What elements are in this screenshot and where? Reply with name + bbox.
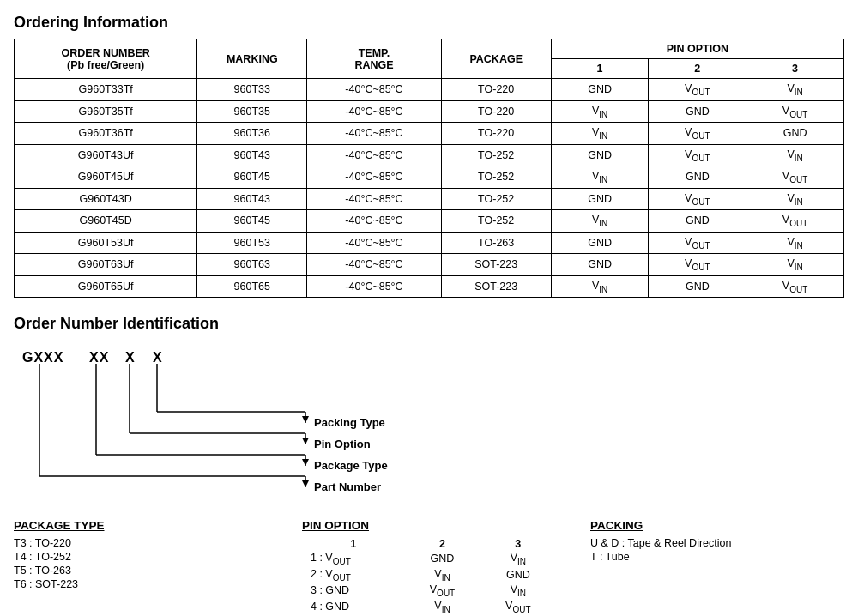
packing-title: PACKING (590, 519, 844, 532)
cell-pin3: VIN (746, 232, 844, 254)
cell-temp: -40°C~85°C (307, 254, 441, 276)
cell-pin2: GND (649, 275, 746, 298)
cell-pin2: VOUT (649, 254, 746, 276)
header-order: ORDER NUMBER(Pb free/Green) (15, 39, 197, 79)
pin-option-row: 4 : GND VIN VOUT (302, 599, 556, 615)
svg-text:X: X (125, 350, 135, 365)
id-diagram: GXXX XX X X Part Number Package Type Pin… (14, 343, 494, 502)
cell-marking: 960T43 (197, 188, 307, 210)
svg-marker-17 (302, 438, 309, 444)
cell-pin3: VIN (746, 79, 844, 101)
table-row: G960T53Uf 960T53 -40°C~85°C TO-263 GND V… (15, 232, 844, 254)
cell-temp: -40°C~85°C (307, 275, 441, 298)
cell-pin1: VIN (551, 166, 649, 189)
cell-pin3: VOUT (746, 100, 844, 123)
header-package: PACKAGE (441, 39, 551, 79)
cell-pin3: VOUT (746, 275, 844, 298)
cell-order: G960T36Tf (15, 123, 197, 145)
pin-option-col: PIN OPTION 1 2 3 1 : VOUT GND VIN 2 : VO… (302, 519, 556, 616)
package-type-col: PACKAGE TYPE T3 : TO-220T4 : TO-252T5 : … (14, 519, 268, 616)
svg-text:Part Number: Part Number (314, 480, 381, 493)
id-title: Order Number Identification (14, 315, 844, 333)
cell-pin2: GND (649, 100, 746, 123)
ordering-table: ORDER NUMBER(Pb free/Green) MARKING TEMP… (14, 39, 844, 298)
packing-col: PACKING U & D : Tape & Reel DirectionT :… (590, 519, 844, 616)
cell-pin1: VIN (551, 123, 649, 145)
cell-pin3: VOUT (746, 210, 844, 233)
pin-c3: VIN (480, 551, 556, 567)
table-row: G960T36Tf 960T36 -40°C~85°C TO-220 VIN V… (15, 123, 844, 145)
cell-marking: 960T65 (197, 275, 307, 298)
pin-label: 2 : VOUT (302, 567, 404, 583)
header-marking: MARKING (197, 39, 307, 79)
header-pin2: 2 (649, 59, 746, 79)
svg-marker-7 (302, 480, 309, 487)
packing-item: U & D : Tape & Reel Direction (590, 537, 844, 549)
cell-marking: 960T53 (197, 232, 307, 254)
pin-option-row: 2 : VOUT VIN GND (302, 567, 556, 583)
package-type-item: T6 : SOT-223 (14, 578, 268, 590)
svg-text:GXXX: GXXX (22, 350, 63, 365)
cell-pin1: GND (551, 79, 649, 101)
table-row: G960T43D 960T43 -40°C~85°C TO-252 GND VO… (15, 188, 844, 210)
cell-order: G960T65Uf (15, 275, 197, 298)
pin-c2: GND (404, 551, 480, 567)
packing-item: T : Tube (590, 551, 844, 563)
pin-option-row: 3 : GND VOUT VIN (302, 583, 556, 599)
pin-label: 1 : VOUT (302, 551, 404, 567)
cell-pin3: VIN (746, 254, 844, 276)
header-pin3: 3 (746, 59, 844, 79)
cell-pin1: GND (551, 254, 649, 276)
cell-package: TO-220 (441, 79, 551, 101)
cell-marking: 960T45 (197, 166, 307, 189)
cell-order: G960T45D (15, 210, 197, 233)
cell-pin3: VIN (746, 188, 844, 210)
pin-label: 4 : GND (302, 599, 404, 615)
cell-package: TO-263 (441, 232, 551, 254)
cell-temp: -40°C~85°C (307, 210, 441, 233)
table-row: G960T63Uf 960T63 -40°C~85°C SOT-223 GND … (15, 254, 844, 276)
cell-pin2: VOUT (649, 144, 746, 166)
cell-marking: 960T45 (197, 210, 307, 233)
svg-text:Packing Type: Packing Type (314, 416, 385, 429)
cell-marking: 960T43 (197, 144, 307, 166)
cell-temp: -40°C~85°C (307, 79, 441, 101)
cell-package: SOT-223 (441, 275, 551, 298)
pin-col-header-1: 1 (302, 537, 404, 551)
svg-marker-12 (302, 459, 309, 466)
pin-col-header-2: 2 (404, 537, 480, 551)
cell-pin1: GND (551, 144, 649, 166)
cell-pin1: VIN (551, 210, 649, 233)
cell-pin2: GND (649, 166, 746, 189)
cell-marking: 960T33 (197, 79, 307, 101)
cell-package: TO-220 (441, 100, 551, 123)
package-type-item: T4 : TO-252 (14, 551, 268, 563)
package-type-item: T3 : TO-220 (14, 537, 268, 549)
cell-package: TO-252 (441, 166, 551, 189)
package-type-item: T5 : TO-263 (14, 565, 268, 577)
cell-pin2: VOUT (649, 123, 746, 145)
cell-pin1: GND (551, 232, 649, 254)
svg-text:Package Type: Package Type (314, 459, 388, 472)
header-pin-option: PIN OPTION (551, 39, 843, 59)
cell-temp: -40°C~85°C (307, 188, 441, 210)
pin-label: 3 : GND (302, 583, 404, 599)
package-type-title: PACKAGE TYPE (14, 519, 268, 532)
svg-text:X: X (153, 350, 162, 365)
cell-pin1: VIN (551, 275, 649, 298)
cell-order: G960T53Uf (15, 232, 197, 254)
cell-marking: 960T36 (197, 123, 307, 145)
cell-marking: 960T63 (197, 254, 307, 276)
cell-package: SOT-223 (441, 254, 551, 276)
cell-marking: 960T35 (197, 100, 307, 123)
pin-option-title: PIN OPTION (302, 519, 556, 532)
pin-c3: GND (480, 567, 556, 583)
svg-text:XX: XX (89, 350, 109, 365)
cell-package: TO-252 (441, 144, 551, 166)
main-title: Ordering Information (14, 14, 844, 32)
pin-c3: VIN (480, 583, 556, 599)
cell-temp: -40°C~85°C (307, 144, 441, 166)
cell-pin1: GND (551, 188, 649, 210)
table-row: G960T35Tf 960T35 -40°C~85°C TO-220 VIN G… (15, 100, 844, 123)
cell-package: TO-220 (441, 123, 551, 145)
